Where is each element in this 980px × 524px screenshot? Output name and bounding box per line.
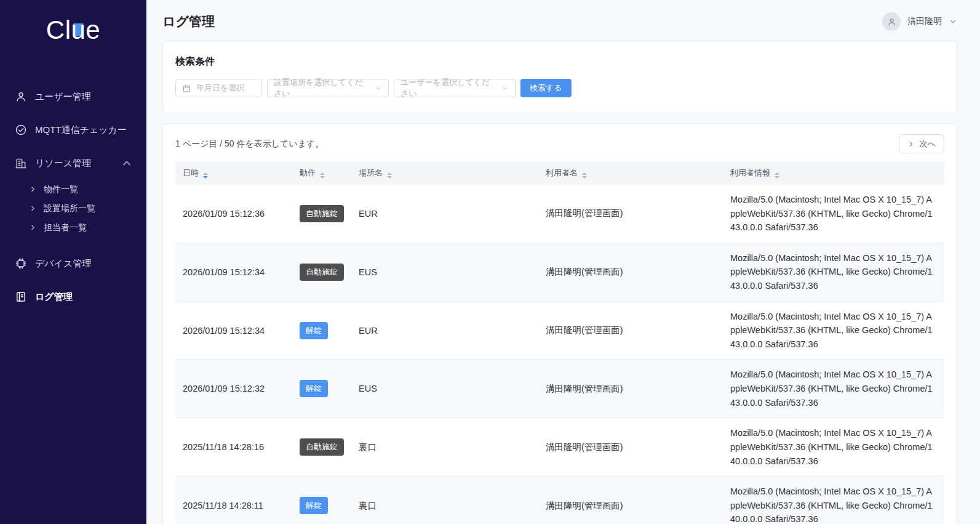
next-page-label: 次へ: [920, 139, 936, 150]
log-user: 溝田隆明(管理画面): [538, 301, 723, 360]
column-header-user-agent[interactable]: 利用者情報: [723, 161, 944, 185]
user-icon: [15, 91, 27, 103]
log-action-cell: 解錠: [292, 301, 351, 360]
column-label: 日時: [183, 168, 199, 177]
table-row: 2025/11/18 14:28:11 解錠 裏口 溝田隆明(管理画面) Moz…: [175, 477, 944, 524]
topbar: ログ管理 溝田隆明: [162, 0, 957, 41]
user-select[interactable]: ユーザーを選択してください: [394, 79, 516, 97]
sidebar-item-resources[interactable]: リソース管理: [0, 151, 146, 175]
person-icon: [886, 17, 897, 27]
log-datetime: 2025/11/18 14:28:16: [175, 418, 292, 477]
chevron-right-icon: [29, 204, 37, 212]
sort-icon: [582, 172, 587, 179]
table-row: 2025/11/18 14:28:16 自動施錠 裏口 溝田隆明(管理画面) M…: [175, 418, 944, 477]
log-datetime: 2026/01/09 15:12:32: [175, 360, 292, 418]
pagination-info: 1 ページ目 / 50 件を表示しています。: [175, 139, 324, 150]
check-circle-icon: [15, 124, 27, 136]
list-toolbar: 1 ページ目 / 50 件を表示しています。 次へ: [175, 134, 944, 153]
sort-icon: [775, 172, 779, 179]
log-action-cell: 解錠: [292, 477, 351, 524]
sidebar-item-label: MQTT通信チェッカー: [35, 124, 127, 136]
column-header-place[interactable]: 場所名: [351, 161, 538, 185]
table-row: 2026/01/09 15:12:34 解錠 EUR 溝田隆明(管理画面) Mo…: [175, 301, 944, 360]
next-page-button[interactable]: 次へ: [899, 134, 944, 153]
action-badge: 自動施錠: [300, 205, 344, 222]
log-place: EUS: [351, 243, 538, 301]
search-panel-title: 検索条件: [175, 55, 944, 68]
main-content: ログ管理 溝田隆明 検索条件 年月日を選択 設置場所を選択してくだ: [146, 0, 980, 524]
log-user-agent: Mozilla/5.0 (Macintosh; Intel Mac OS X 1…: [723, 360, 944, 418]
chevron-up-icon: [121, 157, 133, 169]
log-user: 溝田隆明(管理画面): [538, 360, 723, 418]
sort-icon: [203, 172, 208, 179]
search-panel: 検索条件 年月日を選択 設置場所を選択してください ユーザーを選択してください: [162, 41, 957, 113]
log-user-agent: Mozilla/5.0 (Macintosh; Intel Mac OS X 1…: [723, 243, 944, 301]
sidebar-subitem-places[interactable]: 設置場所一覧: [0, 199, 146, 218]
action-badge: 自動施錠: [300, 264, 344, 281]
log-action-cell: 自動施錠: [292, 185, 351, 243]
log-place: EUR: [351, 185, 538, 243]
log-datetime: 2026/01/09 15:12:36: [175, 185, 292, 243]
date-picker-input[interactable]: 年月日を選択: [175, 79, 262, 97]
sidebar-item-label: リソース管理: [35, 158, 91, 169]
search-button[interactable]: 検索する: [520, 79, 572, 97]
log-datetime: 2025/11/18 14:28:11: [175, 477, 292, 524]
sidebar-subitem-label: 担当者一覧: [44, 222, 87, 233]
sidebar-subitem-label: 物件一覧: [44, 184, 78, 195]
log-icon: [15, 291, 27, 303]
log-place: 裏口: [351, 477, 538, 524]
sort-icon: [387, 172, 392, 179]
chevron-right-icon: [29, 185, 37, 193]
chevron-down-icon: [375, 84, 382, 92]
calendar-icon: [182, 84, 191, 93]
action-badge: 自動施錠: [300, 438, 344, 456]
sidebar-item-label: デバイス管理: [35, 258, 91, 270]
nav-spacer: [0, 237, 146, 247]
log-place: EUR: [351, 301, 538, 360]
chevron-right-icon: [29, 224, 37, 232]
place-select-placeholder: 設置場所を選択してください: [274, 77, 370, 99]
action-badge: 解錠: [300, 380, 328, 397]
search-controls: 年月日を選択 設置場所を選択してください ユーザーを選択してください 検索する: [175, 79, 944, 97]
log-user: 溝田隆明(管理画面): [538, 477, 723, 524]
column-label: 動作: [300, 168, 316, 177]
table-row: 2026/01/09 15:12:34 自動施錠 EUS 溝田隆明(管理画面) …: [175, 243, 944, 301]
table-row: 2026/01/09 15:12:32 解錠 EUS 溝田隆明(管理画面) Mo…: [175, 360, 944, 418]
place-select[interactable]: 設置場所を選択してください: [267, 79, 389, 97]
log-action-cell: 自動施錠: [292, 418, 351, 477]
log-user-agent: Mozilla/5.0 (Macintosh; Intel Mac OS X 1…: [723, 418, 944, 477]
building-icon: [15, 157, 27, 169]
sidebar-item-mqtt-checker[interactable]: MQTT通信チェッカー: [0, 118, 146, 142]
log-user-agent: Mozilla/5.0 (Macintosh; Intel Mac OS X 1…: [723, 301, 944, 360]
chevron-down-icon: [501, 84, 509, 92]
column-label: 利用者情報: [730, 168, 770, 177]
log-user: 溝田隆明(管理画面): [538, 185, 723, 243]
sidebar-subitem-managers[interactable]: 担当者一覧: [0, 218, 146, 237]
log-table: 日時 動作 場所名 利用者名 利用者情報 2026/: [175, 161, 944, 524]
column-header-datetime[interactable]: 日時: [175, 161, 292, 185]
column-header-action[interactable]: 動作: [292, 161, 351, 185]
log-user-agent: Mozilla/5.0 (Macintosh; Intel Mac OS X 1…: [723, 185, 944, 243]
column-header-user[interactable]: 利用者名: [538, 161, 723, 185]
chevron-down-icon: [949, 17, 957, 26]
app-logo: Clue: [46, 16, 100, 44]
sidebar-item-devices[interactable]: デバイス管理: [0, 251, 146, 276]
logo-text-u: u: [71, 16, 86, 44]
user-name: 溝田隆明: [907, 16, 942, 27]
log-datetime: 2026/01/09 15:12:34: [175, 243, 292, 301]
sidebar-subitem-properties[interactable]: 物件一覧: [0, 180, 146, 199]
log-action-cell: 自動施錠: [292, 243, 351, 301]
sidebar-item-logs[interactable]: ログ管理: [0, 284, 146, 309]
logo-text-e: e: [86, 15, 100, 44]
action-badge: 解錠: [300, 497, 328, 514]
action-badge: 解錠: [300, 322, 328, 339]
log-list-panel: 1 ページ目 / 50 件を表示しています。 次へ 日時 動作: [162, 123, 957, 524]
sidebar-item-label: ログ管理: [35, 291, 73, 303]
column-label: 場所名: [359, 168, 383, 177]
sidebar: Clue ユーザー管理 MQTT通信チェッカー リソース管理: [0, 0, 146, 524]
log-table-body: 2026/01/09 15:12:36 自動施錠 EUR 溝田隆明(管理画面) …: [175, 185, 944, 524]
user-select-placeholder: ユーザーを選択してください: [400, 77, 496, 99]
log-datetime: 2026/01/09 15:12:34: [175, 301, 292, 360]
user-menu[interactable]: 溝田隆明: [882, 12, 957, 31]
sidebar-item-users[interactable]: ユーザー管理: [0, 84, 146, 109]
